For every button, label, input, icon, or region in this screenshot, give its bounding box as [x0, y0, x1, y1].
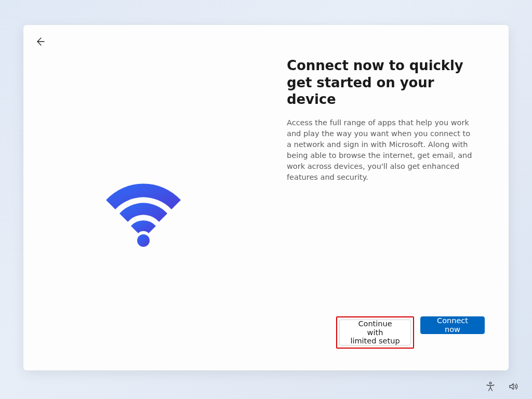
continue-limited-setup-button[interactable]: Continue with limited setup — [339, 320, 411, 345]
taskbar-tray — [484, 380, 520, 393]
annotation-highlight: Continue with limited setup — [336, 316, 414, 349]
accessibility-icon — [485, 381, 496, 392]
page-title: Connect now to quickly get started on yo… — [287, 57, 475, 108]
illustration-pane — [23, 25, 266, 370]
svg-point-1 — [489, 382, 491, 384]
accessibility-button[interactable] — [484, 380, 497, 393]
volume-button[interactable] — [507, 380, 520, 393]
oobe-card: Connect now to quickly get started on yo… — [23, 25, 509, 370]
action-row: Continue with limited setup Connect now — [336, 316, 485, 349]
connect-now-button[interactable]: Connect now — [420, 316, 485, 334]
svg-point-0 — [137, 234, 150, 247]
wifi-icon — [99, 168, 188, 257]
volume-icon — [508, 381, 518, 392]
page-description: Access the full range of apps that help … — [287, 117, 475, 183]
